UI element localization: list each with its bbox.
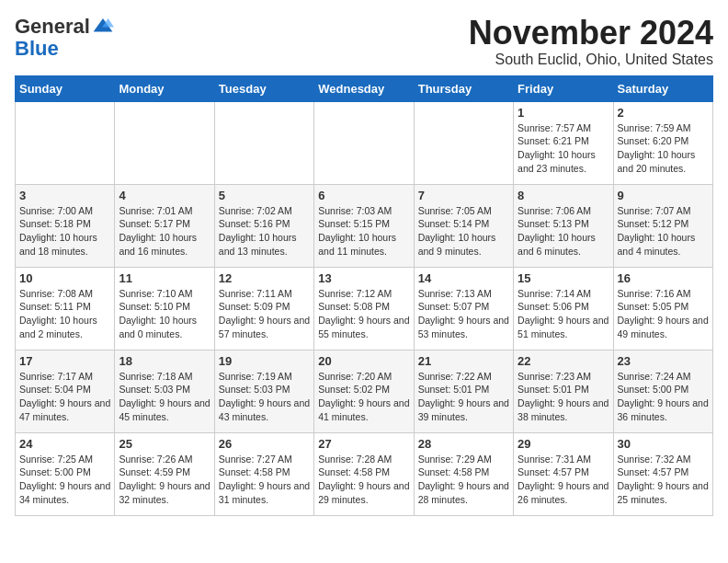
weekday-header: Saturday	[613, 75, 712, 101]
calendar-cell: 13Sunrise: 7:12 AMSunset: 5:08 PMDayligh…	[314, 267, 414, 350]
day-number: 2	[618, 106, 709, 120]
day-number: 13	[318, 271, 409, 285]
day-number: 15	[518, 271, 609, 285]
day-info: Sunrise: 7:22 AMSunset: 5:01 PMDaylight:…	[418, 370, 509, 424]
day-number: 28	[418, 437, 509, 451]
day-number: 7	[418, 189, 509, 202]
calendar-cell: 9Sunrise: 7:07 AMSunset: 5:12 PMDaylight…	[613, 184, 712, 267]
calendar-cell: 7Sunrise: 7:05 AMSunset: 5:14 PMDaylight…	[414, 184, 513, 267]
logo-general-text: General	[15, 17, 90, 37]
weekday-header: Thursday	[414, 75, 513, 101]
calendar-table: SundayMondayTuesdayWednesdayThursdayFrid…	[15, 75, 713, 516]
day-number: 17	[19, 354, 110, 368]
day-number: 21	[418, 354, 509, 368]
day-number: 27	[318, 437, 409, 451]
calendar-cell: 6Sunrise: 7:03 AMSunset: 5:15 PMDaylight…	[314, 184, 414, 267]
day-number: 4	[119, 189, 210, 202]
day-number: 5	[219, 189, 310, 202]
calendar-cell	[115, 101, 214, 184]
day-info: Sunrise: 7:00 AMSunset: 5:18 PMDaylight:…	[19, 204, 110, 259]
day-number: 22	[518, 354, 609, 368]
calendar-cell: 11Sunrise: 7:10 AMSunset: 5:10 PMDayligh…	[115, 267, 214, 350]
calendar-cell	[414, 101, 513, 184]
calendar-cell: 25Sunrise: 7:26 AMSunset: 4:59 PMDayligh…	[115, 432, 214, 515]
calendar-cell: 18Sunrise: 7:18 AMSunset: 5:03 PMDayligh…	[115, 350, 214, 432]
day-info: Sunrise: 7:18 AMSunset: 5:03 PMDaylight:…	[119, 370, 210, 424]
calendar-cell: 20Sunrise: 7:20 AMSunset: 5:02 PMDayligh…	[314, 350, 414, 432]
day-number: 24	[19, 437, 110, 451]
day-number: 1	[518, 106, 609, 120]
calendar-cell: 27Sunrise: 7:28 AMSunset: 4:58 PMDayligh…	[314, 432, 414, 515]
day-info: Sunrise: 7:07 AMSunset: 5:12 PMDaylight:…	[618, 204, 709, 259]
calendar-cell: 24Sunrise: 7:25 AMSunset: 5:00 PMDayligh…	[16, 432, 115, 515]
calendar-cell: 26Sunrise: 7:27 AMSunset: 4:58 PMDayligh…	[214, 432, 313, 515]
day-number: 14	[418, 271, 509, 285]
day-info: Sunrise: 7:27 AMSunset: 4:58 PMDaylight:…	[219, 453, 310, 507]
calendar-cell: 22Sunrise: 7:23 AMSunset: 5:01 PMDayligh…	[514, 350, 613, 432]
day-number: 23	[618, 354, 709, 368]
day-info: Sunrise: 7:32 AMSunset: 4:57 PMDaylight:…	[618, 453, 709, 507]
calendar-cell: 10Sunrise: 7:08 AMSunset: 5:11 PMDayligh…	[16, 267, 115, 350]
calendar-cell: 29Sunrise: 7:31 AMSunset: 4:57 PMDayligh…	[514, 432, 613, 515]
day-info: Sunrise: 7:25 AMSunset: 5:00 PMDaylight:…	[19, 453, 110, 507]
calendar-cell: 5Sunrise: 7:02 AMSunset: 5:16 PMDaylight…	[214, 184, 313, 267]
day-info: Sunrise: 7:29 AMSunset: 4:58 PMDaylight:…	[418, 453, 509, 507]
weekday-header: Wednesday	[314, 75, 414, 101]
calendar-cell: 8Sunrise: 7:06 AMSunset: 5:13 PMDaylight…	[514, 184, 613, 267]
day-info: Sunrise: 7:01 AMSunset: 5:17 PMDaylight:…	[119, 204, 210, 259]
page-header: General Blue November 2024 South Euclid,…	[15, 15, 713, 68]
calendar-cell: 17Sunrise: 7:17 AMSunset: 5:04 PMDayligh…	[16, 350, 115, 432]
day-info: Sunrise: 7:14 AMSunset: 5:06 PMDaylight:…	[518, 287, 609, 341]
day-number: 3	[19, 189, 110, 202]
calendar-cell	[16, 101, 115, 184]
weekday-header: Monday	[115, 75, 214, 101]
calendar-cell: 30Sunrise: 7:32 AMSunset: 4:57 PMDayligh…	[613, 432, 712, 515]
calendar-cell: 15Sunrise: 7:14 AMSunset: 5:06 PMDayligh…	[514, 267, 613, 350]
weekday-header: Tuesday	[214, 75, 313, 101]
day-info: Sunrise: 7:11 AMSunset: 5:09 PMDaylight:…	[219, 287, 310, 341]
calendar-cell: 19Sunrise: 7:19 AMSunset: 5:03 PMDayligh…	[214, 350, 313, 432]
day-info: Sunrise: 7:31 AMSunset: 4:57 PMDaylight:…	[518, 453, 609, 507]
day-info: Sunrise: 7:26 AMSunset: 4:59 PMDaylight:…	[119, 453, 210, 507]
day-number: 9	[618, 189, 709, 202]
calendar-cell: 28Sunrise: 7:29 AMSunset: 4:58 PMDayligh…	[414, 432, 513, 515]
day-number: 26	[219, 437, 310, 451]
day-number: 25	[119, 437, 210, 451]
calendar-cell	[214, 101, 313, 184]
title-block: November 2024 South Euclid, Ohio, United…	[469, 15, 713, 68]
day-info: Sunrise: 7:17 AMSunset: 5:04 PMDaylight:…	[19, 370, 110, 424]
weekday-header: Friday	[514, 75, 613, 101]
day-info: Sunrise: 7:03 AMSunset: 5:15 PMDaylight:…	[318, 204, 409, 259]
day-info: Sunrise: 7:19 AMSunset: 5:03 PMDaylight:…	[219, 370, 310, 424]
day-number: 11	[119, 271, 210, 285]
day-number: 12	[219, 271, 310, 285]
page-subtitle: South Euclid, Ohio, United States	[469, 52, 713, 68]
calendar-cell	[314, 101, 414, 184]
calendar-cell: 21Sunrise: 7:22 AMSunset: 5:01 PMDayligh…	[414, 350, 513, 432]
calendar-cell: 2Sunrise: 7:59 AMSunset: 6:20 PMDaylight…	[613, 101, 712, 184]
day-info: Sunrise: 7:12 AMSunset: 5:08 PMDaylight:…	[318, 287, 409, 341]
day-info: Sunrise: 7:05 AMSunset: 5:14 PMDaylight:…	[418, 204, 509, 259]
logo: General Blue	[15, 15, 114, 61]
calendar-body: 1Sunrise: 7:57 AMSunset: 6:21 PMDaylight…	[16, 101, 713, 515]
calendar-cell: 16Sunrise: 7:16 AMSunset: 5:05 PMDayligh…	[613, 267, 712, 350]
day-info: Sunrise: 7:13 AMSunset: 5:07 PMDaylight:…	[418, 287, 509, 341]
day-number: 18	[119, 354, 210, 368]
day-number: 19	[219, 354, 310, 368]
calendar-cell: 1Sunrise: 7:57 AMSunset: 6:21 PMDaylight…	[514, 101, 613, 184]
day-info: Sunrise: 7:20 AMSunset: 5:02 PMDaylight:…	[318, 370, 409, 424]
day-info: Sunrise: 7:16 AMSunset: 5:05 PMDaylight:…	[618, 287, 709, 341]
logo-icon	[92, 15, 114, 37]
calendar-cell: 4Sunrise: 7:01 AMSunset: 5:17 PMDaylight…	[115, 184, 214, 267]
calendar-cell: 3Sunrise: 7:00 AMSunset: 5:18 PMDaylight…	[16, 184, 115, 267]
day-number: 30	[618, 437, 709, 451]
day-number: 20	[318, 354, 409, 368]
day-info: Sunrise: 7:24 AMSunset: 5:00 PMDaylight:…	[618, 370, 709, 424]
day-info: Sunrise: 7:10 AMSunset: 5:10 PMDaylight:…	[119, 287, 210, 341]
day-number: 10	[19, 271, 110, 285]
day-number: 6	[318, 189, 409, 202]
calendar-cell: 12Sunrise: 7:11 AMSunset: 5:09 PMDayligh…	[214, 267, 313, 350]
day-number: 16	[618, 271, 709, 285]
calendar-cell: 14Sunrise: 7:13 AMSunset: 5:07 PMDayligh…	[414, 267, 513, 350]
page-title: November 2024	[469, 15, 713, 52]
